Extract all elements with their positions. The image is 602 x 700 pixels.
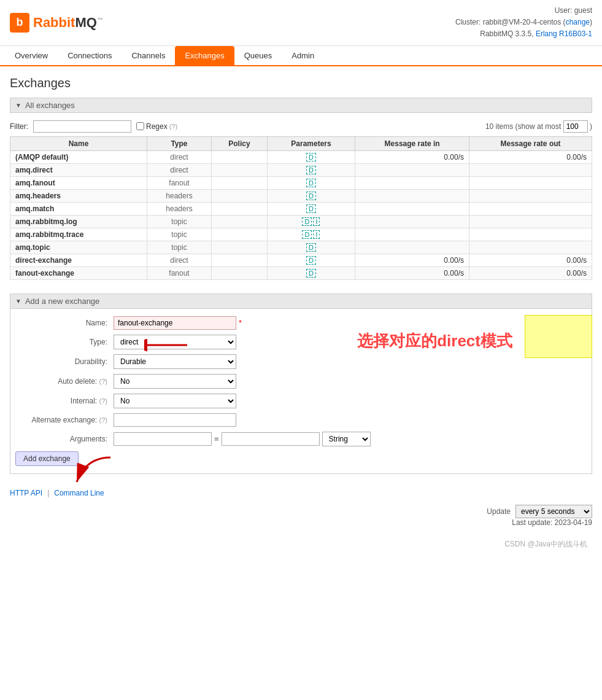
exchange-params: D	[267, 163, 355, 176]
add-exchange-form: 选择对应的direct模式 Name: * Type: direct fanou…	[10, 309, 592, 474]
exchange-rate-in: 0.00/s	[355, 266, 469, 279]
regex-label[interactable]: Regex (?)	[136, 122, 177, 131]
param-badge[interactable]: I	[313, 217, 320, 226]
alt-exchange-label: Alternate exchange: (?)	[15, 416, 114, 424]
durability-select[interactable]: Durable Transient	[114, 354, 236, 369]
arguments-row: Arguments: = String Integer Boolean	[15, 432, 587, 446]
add-exchange-title: Add a new exchange	[25, 297, 99, 306]
exchange-rate-out: 0.00/s	[469, 254, 592, 266]
param-badge[interactable]: D	[302, 230, 312, 239]
logo: b RabbitMQ™	[10, 13, 103, 33]
all-exchanges-header[interactable]: ▼ All exchanges	[10, 98, 592, 113]
exchange-name[interactable]: amq.headers	[10, 189, 147, 202]
table-row: fanout-exchangefanoutD0.00/s0.00/s	[10, 266, 592, 279]
table-row: amq.headersheadersD	[10, 189, 592, 202]
exchange-rate-in	[355, 189, 469, 202]
autodelete-row: Auto delete: (?) No Yes	[15, 374, 587, 389]
exchange-name[interactable]: fanout-exchange	[10, 266, 147, 279]
update-label: Update	[487, 507, 511, 516]
col-rate-in: Message rate in	[355, 136, 469, 150]
internal-row: Internal: (?) No Yes	[15, 394, 587, 408]
add-exchange-panel: ▼ Add a new exchange 选择对应的direct模式 Name:…	[10, 294, 592, 474]
filter-input[interactable]	[33, 120, 131, 133]
logo-icon: b	[10, 13, 29, 33]
nav-queues[interactable]: Queues	[234, 46, 282, 65]
name-label: Name:	[15, 319, 114, 327]
all-exchanges-panel: ▼ All exchanges Filter: Regex (?) 10 ite…	[10, 98, 592, 284]
last-update: Last update: 2023-04-19	[10, 518, 592, 527]
name-input[interactable]	[114, 316, 236, 330]
cluster-name: rabbit@VM-20-4-centos	[483, 18, 561, 26]
param-badge[interactable]: D	[306, 153, 316, 161]
erlang-link[interactable]: Erlang R16B03-1	[536, 29, 592, 38]
exchange-rate-out	[469, 241, 592, 254]
exchange-rate-in: 0.00/s	[355, 150, 469, 163]
nav-connections[interactable]: Connections	[58, 46, 122, 65]
add-exchange-header[interactable]: ▼ Add a new exchange	[10, 294, 592, 309]
exchange-name[interactable]: amq.direct	[10, 163, 147, 176]
col-type: Type	[147, 136, 212, 150]
exchanges-table: Name Type Policy Parameters Message rate…	[10, 136, 592, 280]
table-row: amq.rabbitmq.logtopicDI	[10, 215, 592, 228]
nav-channels[interactable]: Channels	[122, 46, 175, 65]
user-label: User:	[555, 6, 573, 15]
cluster-change-link[interactable]: change	[566, 18, 590, 26]
exchange-name[interactable]: amq.rabbitmq.log	[10, 215, 147, 228]
param-badge[interactable]: I	[313, 230, 320, 239]
exchange-name[interactable]: direct-exchange	[10, 254, 147, 266]
type-label: Type:	[15, 338, 114, 346]
exchange-name[interactable]: amq.rabbitmq.trace	[10, 228, 147, 241]
exchange-rate-out	[469, 202, 592, 215]
exchange-name[interactable]: amq.match	[10, 202, 147, 215]
add-exchange-button[interactable]: Add exchange	[15, 451, 79, 466]
update-select[interactable]: every 5 seconds every 10 seconds every 3…	[515, 505, 592, 518]
version-label: RabbitMQ 3.3.5,	[480, 29, 533, 38]
param-badge[interactable]: D	[302, 217, 312, 226]
exchange-name[interactable]: amq.topic	[10, 241, 147, 254]
args-key-input[interactable]	[114, 432, 212, 446]
table-row: amq.matchheadersD	[10, 202, 592, 215]
user-info: User: guest Cluster: rabbit@VM-20-4-cent…	[455, 5, 592, 41]
exchange-policy	[211, 254, 267, 266]
table-row: amq.rabbitmq.tracetopicDI	[10, 228, 592, 241]
param-badge[interactable]: D	[306, 269, 316, 278]
exchange-policy	[211, 266, 267, 279]
exchange-rate-out	[469, 189, 592, 202]
args-val-input[interactable]	[222, 432, 320, 446]
alt-exchange-input[interactable]	[114, 413, 236, 427]
exchange-rate-in: 0.00/s	[355, 254, 469, 266]
param-badge[interactable]: D	[306, 243, 316, 252]
param-badge[interactable]: D	[306, 179, 316, 187]
autodelete-select[interactable]: No Yes	[114, 374, 236, 389]
param-badge[interactable]: D	[306, 192, 316, 200]
internal-select[interactable]: No Yes	[114, 394, 236, 408]
arguments-label: Arguments:	[15, 435, 114, 443]
exchange-params: D	[267, 241, 355, 254]
nav-exchanges[interactable]: Exchanges	[175, 46, 234, 65]
param-badge[interactable]: D	[306, 204, 316, 213]
exchange-policy	[211, 202, 267, 215]
exchange-type: topic	[147, 241, 212, 254]
items-max-input[interactable]	[563, 120, 588, 133]
http-api-link[interactable]: HTTP API	[10, 489, 42, 497]
nav-overview[interactable]: Overview	[5, 46, 58, 65]
exchange-type: direct	[147, 163, 212, 176]
button-arrow-icon	[74, 454, 123, 491]
exchange-rate-out	[469, 228, 592, 241]
alt-exchange-row: Alternate exchange: (?)	[15, 413, 587, 427]
user-name: guest	[574, 6, 592, 15]
exchange-params: D	[267, 189, 355, 202]
exchange-type: fanout	[147, 176, 212, 189]
durability-row: Durability: Durable Transient	[15, 354, 587, 369]
exchange-name[interactable]: amq.fanout	[10, 176, 147, 189]
regex-checkbox[interactable]	[136, 122, 144, 130]
exchange-policy	[211, 163, 267, 176]
exchange-params: D	[267, 202, 355, 215]
exchange-name[interactable]: (AMQP default)	[10, 150, 147, 163]
param-badge[interactable]: D	[306, 256, 316, 265]
args-type-select[interactable]: String Integer Boolean	[322, 432, 371, 446]
param-badge[interactable]: D	[306, 166, 316, 174]
exchange-rate-out: 0.00/s	[469, 266, 592, 279]
col-policy: Policy	[211, 136, 267, 150]
nav-admin[interactable]: Admin	[282, 46, 324, 65]
